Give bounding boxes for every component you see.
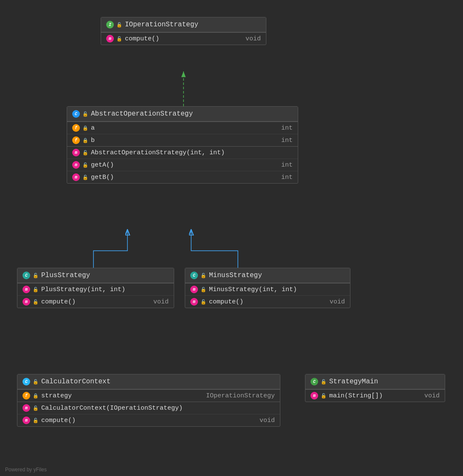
method-icon: m [311, 392, 318, 400]
method-icon: m [72, 161, 80, 169]
plusstrategy-header: C 🔓 PlusStrategy [17, 268, 174, 283]
visibility-icon: 🔓 [33, 405, 39, 411]
calculatorcontext-header: C 🔓 CalculatorContext [17, 374, 280, 389]
method-icon: m [72, 149, 80, 156]
compute-return-type: void [246, 35, 261, 42]
compute-method-name: compute() [125, 35, 159, 42]
powered-by-label: Powered by yFiles [5, 467, 47, 473]
method-icon: m [23, 286, 30, 293]
strategy-field-type: IOperationStrategy [206, 392, 275, 400]
class-icon: C [23, 378, 30, 385]
visibility-icon: 🔓 [33, 379, 39, 385]
visibility-icon: 🔓 [116, 36, 122, 42]
field-b-row: f 🔒 b int [67, 134, 298, 146]
class-icon: C [23, 272, 30, 279]
plusstrategy-methods: m 🔓 PlusStrategy(int, int) m 🔓 compute()… [17, 283, 174, 308]
method-icon: m [190, 286, 198, 293]
abstractoperation-name: AbstractOperationStrategy [91, 110, 193, 118]
method-icon: m [106, 35, 114, 42]
field-b-type: int [281, 137, 293, 144]
visibility-icon: 🔓 [200, 299, 206, 305]
calculatorcontext-name: CalculatorContext [41, 378, 110, 385]
field-icon: f [23, 392, 30, 400]
ioperationstrategy-name: IOperationStrategy [125, 21, 198, 28]
visibility-icon: 🔓 [33, 272, 39, 278]
strategymain-methods: m 🔓 main(String[]) void [305, 389, 445, 402]
abstract-constructor-name: AbstractOperationStrategy(int, int) [91, 149, 225, 156]
plusstrategy-box: C 🔓 PlusStrategy m 🔓 PlusStrategy(int, i… [17, 268, 174, 308]
abstractoperation-header: C 🔓 AbstractOperationStrategy [67, 107, 298, 122]
abstract-constructor-row: m 🔓 AbstractOperationStrategy(int, int) [67, 147, 298, 159]
strategymain-name: StrategyMain [329, 378, 378, 385]
visibility-icon: 🔓 [82, 162, 88, 168]
main-method-row: m 🔓 main(String[]) void [305, 390, 445, 402]
visibility-icon: 🔓 [200, 286, 206, 292]
method-icon: m [72, 173, 80, 181]
plus-constructor-row: m 🔓 PlusStrategy(int, int) [17, 283, 174, 296]
minusstrategy-box: C 🔓 MinusStrategy m 🔓 MinusStrategy(int,… [185, 268, 350, 308]
visibility-icon: 🔓 [321, 393, 327, 399]
visibility-icon: 🔓 [116, 22, 122, 28]
minus-constructor-name: MinusStrategy(int, int) [209, 286, 297, 293]
field-a-row: f 🔒 a int [67, 122, 298, 134]
main-method-name: main(String[]) [329, 392, 383, 400]
method-icon: m [190, 298, 198, 306]
interface-icon: I [106, 21, 114, 28]
calculatorcontext-methods: m 🔓 CalculatorContext(IOperationStrategy… [17, 402, 280, 426]
strategy-field-row: f 🔒 strategy IOperationStrategy [17, 390, 280, 402]
method-icon: m [23, 404, 30, 412]
visibility-icon: 🔓 [33, 286, 39, 292]
method-icon: m [23, 298, 30, 306]
ioperationstrategy-methods: m 🔓 compute() void [101, 32, 266, 45]
visibility-icon: 🔓 [82, 111, 88, 117]
minus-compute-type: void [330, 298, 345, 306]
minus-compute-name: compute() [209, 298, 243, 306]
field-icon: f [72, 136, 80, 144]
visibility-icon: 🔓 [82, 150, 88, 156]
abstractoperation-methods: m 🔓 AbstractOperationStrategy(int, int) … [67, 146, 298, 183]
minusstrategy-name: MinusStrategy [209, 272, 262, 279]
geta-name: getA() [91, 162, 114, 169]
getb-type: int [281, 174, 293, 181]
abstractoperation-box: C 🔓 AbstractOperationStrategy f 🔒 a int … [67, 106, 298, 184]
plus-compute-row: m 🔓 compute() void [17, 296, 174, 308]
ioperationstrategy-header: I 🔓 IOperationStrategy [101, 17, 266, 32]
geta-type: int [281, 162, 293, 169]
class-icon: C [311, 378, 318, 385]
lock-icon: 🔒 [82, 125, 88, 131]
plus-compute-name: compute() [41, 298, 76, 306]
calc-compute-name: compute() [41, 417, 76, 424]
plusstrategy-name: PlusStrategy [41, 272, 90, 279]
plus-compute-type: void [153, 298, 169, 306]
class-icon: C [72, 110, 80, 118]
calc-constructor-row: m 🔓 CalculatorContext(IOperationStrategy… [17, 402, 280, 414]
getb-row: m 🔓 getB() int [67, 171, 298, 183]
calculatorcontext-fields: f 🔒 strategy IOperationStrategy [17, 389, 280, 402]
minus-compute-row: m 🔓 compute() void [185, 296, 350, 308]
method-icon: m [23, 416, 30, 424]
main-return-type: void [424, 392, 440, 400]
calc-compute-row: m 🔓 compute() void [17, 414, 280, 426]
strategymain-box: C 🔓 StrategyMain m 🔓 main(String[]) void [305, 374, 445, 402]
field-b-name: b [91, 137, 95, 144]
calc-compute-type: void [260, 417, 275, 424]
lock-icon: 🔒 [33, 393, 39, 399]
visibility-icon: 🔓 [321, 379, 327, 385]
class-icon: C [190, 272, 198, 279]
minus-constructor-row: m 🔓 MinusStrategy(int, int) [185, 283, 350, 296]
strategy-field-name: strategy [41, 392, 72, 400]
abstractoperation-fields: f 🔒 a int f 🔒 b int [67, 122, 298, 146]
field-a-name: a [91, 125, 95, 132]
visibility-icon: 🔓 [33, 417, 39, 423]
minusstrategy-methods: m 🔓 MinusStrategy(int, int) m 🔓 compute(… [185, 283, 350, 308]
calculatorcontext-box: C 🔓 CalculatorContext f 🔒 strategy IOper… [17, 374, 280, 427]
visibility-icon: 🔓 [200, 272, 206, 278]
field-a-type: int [281, 125, 293, 132]
minusstrategy-header: C 🔓 MinusStrategy [185, 268, 350, 283]
calc-constructor-name: CalculatorContext(IOperationStrategy) [41, 405, 183, 412]
ioperationstrategy-box: I 🔓 IOperationStrategy m 🔓 compute() voi… [101, 17, 266, 45]
lock-icon: 🔒 [82, 137, 88, 143]
plus-constructor-name: PlusStrategy(int, int) [41, 286, 125, 293]
compute-method-row: m 🔓 compute() void [101, 33, 266, 45]
visibility-icon: 🔓 [82, 174, 88, 180]
